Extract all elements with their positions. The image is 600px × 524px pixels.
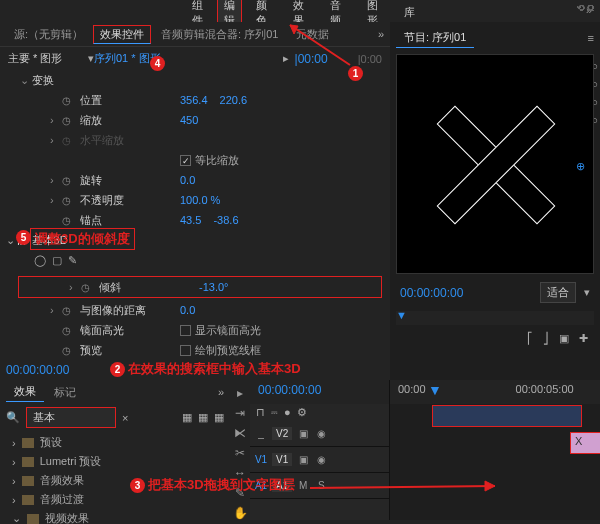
- distance-value[interactable]: 0.0: [180, 304, 195, 316]
- prop-scale: 缩放: [80, 113, 180, 128]
- clip-label: X: [575, 435, 582, 447]
- rotation-value[interactable]: 0.0: [180, 174, 195, 186]
- panel-menu-icon[interactable]: ≡: [588, 32, 594, 44]
- prop-rotation: 旋转: [80, 173, 180, 188]
- specular-checkbox[interactable]: [180, 325, 191, 336]
- position-y[interactable]: 220.6: [220, 94, 248, 106]
- stopwatch-icon[interactable]: ◷: [62, 305, 74, 316]
- stopwatch-icon[interactable]: ◷: [81, 282, 93, 293]
- link-icon[interactable]: ⎓: [271, 406, 278, 419]
- stopwatch-icon[interactable]: ◷: [62, 325, 74, 336]
- effect-controls-tab[interactable]: 效果控件: [93, 25, 151, 44]
- preview-checkbox[interactable]: [180, 345, 191, 356]
- markers-tab[interactable]: 标记: [46, 383, 84, 402]
- razor-tool-icon[interactable]: ✂: [235, 446, 245, 460]
- export-frame-icon[interactable]: ▣: [559, 332, 569, 345]
- callout-5: 5: [16, 230, 31, 245]
- stopwatch-icon[interactable]: ◷: [62, 95, 74, 106]
- prop-position: 位置: [80, 93, 180, 108]
- prop-scale-h: 水平缩放: [80, 133, 180, 148]
- track-v1-header[interactable]: V1V1▣◉: [250, 447, 389, 473]
- preview-label: 绘制预览线框: [195, 343, 261, 358]
- uniform-scale-label: 等比缩放: [195, 153, 239, 168]
- tl-timecode[interactable]: 00:00:00:00: [258, 383, 321, 397]
- track-select-icon[interactable]: ⇥: [235, 406, 245, 420]
- stopwatch-icon[interactable]: ◷: [62, 115, 74, 126]
- filter-icon[interactable]: ▦: [198, 411, 208, 424]
- callout-3: 3: [130, 478, 145, 493]
- hand-tool-icon[interactable]: ✋: [233, 506, 248, 520]
- svg-line-0: [310, 486, 495, 488]
- mask-pen-icon[interactable]: ✎: [68, 254, 77, 267]
- prop-opacity: 不透明度: [80, 193, 180, 208]
- prop-specular: 镜面高光: [80, 323, 180, 338]
- clip-graphic[interactable]: [432, 405, 582, 427]
- program-monitor[interactable]: ⊕: [396, 54, 594, 274]
- callout-2: 2: [110, 362, 125, 377]
- tab-library[interactable]: 库: [392, 2, 427, 23]
- track-headers: 00:00:00:00 ⊓⎓●⚙ ⎯V2▣◉ V1V1▣◉ A1A1MS: [250, 380, 390, 520]
- clear-search-icon[interactable]: ×: [122, 412, 128, 424]
- uniform-scale-checkbox[interactable]: [180, 155, 191, 166]
- playhead-icon[interactable]: ▼: [396, 309, 407, 321]
- audio-mixer-tab[interactable]: 音频剪辑混合器: 序列01: [153, 25, 286, 44]
- tree-video-fx[interactable]: ⌄视频效果: [8, 509, 228, 524]
- settings-icon[interactable]: ✚: [579, 332, 588, 345]
- mark-in-icon[interactable]: ⎡: [527, 332, 533, 345]
- opacity-value[interactable]: 100.0 %: [180, 194, 220, 206]
- effects-tab[interactable]: 效果: [6, 382, 44, 402]
- snap-icon[interactable]: ⊓: [256, 406, 265, 419]
- stopwatch-icon[interactable]: ◷: [62, 215, 74, 226]
- program-tab[interactable]: 节目: 序列01: [396, 28, 474, 48]
- tilt-value[interactable]: -13.0°: [199, 281, 228, 293]
- prop-preview: 预览: [80, 343, 180, 358]
- mask-rect-icon[interactable]: ▢: [52, 254, 62, 267]
- timeline-tools: ▸ ⇥ ⧔ ✂ ↔ ✎ ✋ T: [230, 380, 250, 524]
- callout-1: 1: [348, 66, 363, 81]
- program-monitor-panel: 节目: 序列01≡ ⊕ 00:00:00:00 适合 ▾ ▼ ⎡ ⎦ ▣ ✚: [390, 22, 600, 380]
- annotation-2: 在效果的搜索框中输入基本3D: [128, 360, 301, 378]
- stopwatch-icon[interactable]: ◷: [62, 175, 74, 186]
- prop-anchor: 锚点: [80, 213, 180, 228]
- settings-icon[interactable]: ⚙: [297, 406, 307, 419]
- callout-4: 4: [150, 56, 165, 71]
- timeline-tracks[interactable]: 00:0000:00:05:00 ▼ X: [390, 380, 600, 520]
- prop-tilt: 倾斜: [99, 280, 199, 295]
- scale-value[interactable]: 450: [180, 114, 198, 126]
- stopwatch-icon[interactable]: ◷: [62, 195, 74, 206]
- position-x[interactable]: 356.4: [180, 94, 208, 106]
- stopwatch-icon[interactable]: ◷: [62, 345, 74, 356]
- chevron-down-icon[interactable]: ▾: [584, 286, 590, 299]
- workspace-tabs: 组件 编辑 颜色 效果 音频 图形 库 »: [0, 0, 600, 22]
- panel-menu-icon[interactable]: »: [378, 28, 384, 40]
- twirl-icon[interactable]: ⌄: [20, 74, 30, 87]
- filter-icon[interactable]: ▦: [182, 411, 192, 424]
- tree-presets[interactable]: ›预设: [8, 433, 228, 452]
- mark-out-icon[interactable]: ⎦: [543, 332, 549, 345]
- filter-icon[interactable]: ▦: [214, 411, 224, 424]
- track-v2-header[interactable]: ⎯V2▣◉: [250, 421, 389, 447]
- twirl-icon[interactable]: ⌄: [6, 234, 15, 247]
- transform-group[interactable]: 变换: [32, 73, 132, 88]
- anchor-y[interactable]: -38.6: [213, 214, 238, 226]
- annotation-5: 调整3D的倾斜度: [30, 228, 135, 250]
- clip-text[interactable]: X: [570, 432, 600, 454]
- prop-distance: 与图像的距离: [80, 303, 180, 318]
- playhead-icon[interactable]: ▼: [428, 382, 442, 398]
- pm-timecode[interactable]: 00:00:00:00: [400, 286, 463, 300]
- effects-panel: 效果 标记 » 2 在效果的搜索框中输入基本3D 🔍 基本 × ▦▦▦ ›预设 …: [0, 380, 230, 524]
- tree-lumetri[interactable]: ›Lumetri 预设: [8, 452, 228, 471]
- twirl-icon[interactable]: ›: [50, 114, 60, 126]
- specular-label: 显示镜面高光: [195, 323, 261, 338]
- effects-search-input[interactable]: 基本: [26, 407, 116, 428]
- panel-menu-icon[interactable]: »: [218, 386, 224, 398]
- ruler-mark: 00:00:05:00: [516, 383, 574, 401]
- mask-ellipse-icon[interactable]: ◯: [34, 254, 46, 267]
- selection-tool-icon[interactable]: ▸: [237, 386, 243, 400]
- master-label: 主要 * 图形: [8, 51, 88, 66]
- anchor-x[interactable]: 43.5: [180, 214, 201, 226]
- ripple-tool-icon[interactable]: ⧔: [234, 426, 246, 440]
- marker-icon[interactable]: ●: [284, 406, 291, 419]
- source-tab[interactable]: 源:（无剪辑）: [6, 25, 91, 44]
- zoom-select[interactable]: 适合: [540, 282, 576, 303]
